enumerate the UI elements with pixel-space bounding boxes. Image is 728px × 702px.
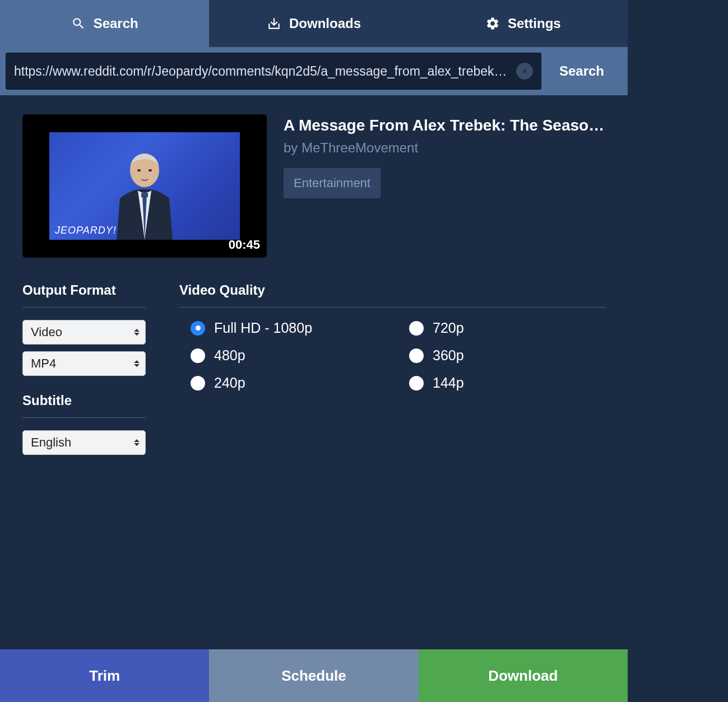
tab-downloads-label: Downloads	[289, 16, 361, 31]
download-icon	[267, 16, 281, 31]
svg-point-2	[149, 169, 152, 171]
content-area: JEOPARDY! 00:45 A Message From Alex Treb…	[0, 95, 628, 481]
quality-option-720p[interactable]: 720p	[409, 320, 605, 336]
video-title: A Message From Alex Trebek: The Season o…	[284, 117, 605, 134]
svg-point-1	[137, 169, 141, 171]
tab-downloads[interactable]: Downloads	[209, 0, 418, 47]
top-tabs: Search Downloads Settings	[0, 0, 628, 47]
output-format-column: Output Format Video MP4 Subtitle English	[22, 282, 146, 462]
radio-icon	[191, 376, 205, 390]
video-thumbnail[interactable]: JEOPARDY! 00:45	[22, 114, 267, 258]
radio-icon	[191, 348, 205, 363]
tab-search[interactable]: Search	[0, 0, 209, 47]
quality-option-480p[interactable]: 480p	[191, 347, 387, 364]
clear-url-button[interactable]	[516, 63, 533, 80]
quality-option-1080p[interactable]: Full HD - 1080p	[191, 320, 387, 336]
search-icon	[71, 16, 86, 31]
radio-icon	[191, 321, 205, 336]
url-input[interactable]	[14, 64, 511, 79]
video-header: JEOPARDY! 00:45 A Message From Alex Treb…	[22, 114, 605, 258]
quality-grid: Full HD - 1080p 720p 480p 360p 240p	[179, 320, 605, 391]
category-badge[interactable]: Entertainment	[284, 168, 381, 198]
subtitle-label: Subtitle	[22, 393, 146, 418]
quality-option-360p[interactable]: 360p	[409, 347, 605, 364]
quality-option-144p[interactable]: 144p	[409, 375, 605, 391]
options-area: Output Format Video MP4 Subtitle English…	[22, 282, 605, 462]
subtitle-select[interactable]: English	[22, 430, 146, 455]
quality-option-240p[interactable]: 240p	[191, 375, 387, 391]
video-quality-label: Video Quality	[179, 282, 605, 308]
select-arrows-icon	[134, 439, 140, 446]
thumb-image: JEOPARDY!	[49, 132, 240, 240]
output-format-select[interactable]: MP4	[22, 351, 146, 376]
search-button[interactable]: Search	[541, 53, 622, 90]
radio-icon	[409, 321, 424, 336]
output-format-label: Output Format	[22, 282, 146, 308]
tab-settings-label: Settings	[508, 16, 561, 31]
tab-search-label: Search	[94, 16, 138, 31]
tab-settings[interactable]: Settings	[419, 0, 628, 47]
search-bar: Search	[0, 47, 628, 95]
video-author: by MeThreeMovement	[284, 140, 605, 156]
radio-icon	[409, 348, 424, 363]
search-button-label: Search	[559, 63, 604, 79]
svg-rect-3	[141, 193, 148, 197]
subtitle-section: Subtitle English	[22, 393, 146, 455]
gear-icon	[485, 16, 500, 31]
video-duration: 00:45	[229, 238, 260, 252]
thumb-logo: JEOPARDY!	[55, 225, 117, 236]
select-arrows-icon	[134, 329, 140, 336]
video-quality-column: Video Quality Full HD - 1080p 720p 480p …	[179, 282, 605, 462]
url-input-wrap	[6, 53, 541, 90]
video-meta: A Message From Alex Trebek: The Season o…	[284, 114, 605, 258]
select-arrows-icon	[134, 360, 140, 367]
close-icon	[521, 67, 528, 75]
radio-icon	[409, 376, 424, 390]
output-type-select[interactable]: Video	[22, 320, 146, 345]
